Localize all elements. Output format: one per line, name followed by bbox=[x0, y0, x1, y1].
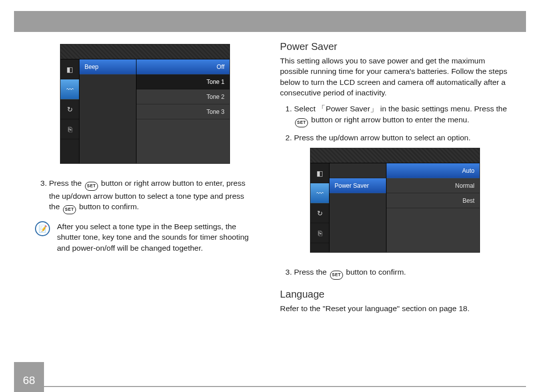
option-tone1: Tone 1 bbox=[136, 74, 230, 89]
page-footer: 68 bbox=[14, 362, 526, 392]
page-content: ◧ 〰 ↻ ⎘ Beep Off Tone 1 Tone 2 Tone 3 bbox=[35, 40, 510, 319]
text: Press the bbox=[49, 179, 84, 187]
menu-options-list: Auto Normal Best bbox=[386, 163, 480, 252]
page-number: 68 bbox=[14, 362, 44, 392]
power-step-3: Press the SET button to confirm. bbox=[294, 267, 510, 280]
text: button or right arrow button to enter th… bbox=[311, 115, 469, 124]
menu-item-beep: Beep bbox=[80, 59, 136, 74]
set-button-icon: SET bbox=[63, 205, 76, 214]
menu-item-blank bbox=[330, 163, 386, 178]
left-step-3: Press the SET button or right arrow butt… bbox=[49, 178, 255, 214]
power-saver-steps-b: Press the SET button to confirm. bbox=[280, 267, 510, 280]
bracket-open: 「 bbox=[318, 104, 326, 113]
language-text: Refer to the "Reset your language" secti… bbox=[280, 303, 510, 314]
power-saver-steps: Select 「Power Saver」 in the basic settin… bbox=[280, 103, 510, 143]
text: button to confirm. bbox=[79, 202, 139, 211]
menu-sidebar: ◧ 〰 ↻ ⎘ bbox=[60, 59, 80, 163]
heading-language: Language bbox=[280, 289, 510, 300]
option-normal: Normal bbox=[386, 178, 480, 193]
copy-icon: ⎘ bbox=[60, 119, 79, 139]
bracket-close: 」 bbox=[370, 104, 378, 113]
page-header-bar bbox=[14, 11, 526, 32]
left-steps: Press the SET button or right arrow butt… bbox=[35, 178, 255, 214]
menu-titlebar bbox=[310, 148, 480, 163]
option-tone2: Tone 2 bbox=[136, 89, 230, 104]
menu-item-power-saver: Power Saver bbox=[330, 178, 386, 193]
copy-icon: ⎘ bbox=[310, 223, 329, 243]
menu-titlebar bbox=[60, 44, 230, 59]
text: in the basic settings menu. Press the bbox=[380, 104, 506, 113]
option-off: Off bbox=[136, 59, 230, 74]
note-text: After you select a tone type in the Beep… bbox=[57, 221, 255, 253]
settings-icon: 〰 bbox=[310, 183, 329, 203]
refresh-icon: ↻ bbox=[310, 203, 329, 223]
option-auto: Auto bbox=[386, 163, 480, 178]
power-step-1: Select 「Power Saver」 in the basic settin… bbox=[294, 103, 510, 127]
text: Power Saver bbox=[326, 104, 370, 113]
menu-items-list: Power Saver bbox=[330, 163, 386, 252]
beep-menu-screenshot: ◧ 〰 ↻ ⎘ Beep Off Tone 1 Tone 2 Tone 3 bbox=[60, 44, 230, 164]
heading-power-saver: Power Saver bbox=[280, 41, 510, 52]
menu-items-list: Beep bbox=[80, 59, 136, 163]
footer-rule bbox=[44, 386, 526, 387]
right-column: Power Saver This setting allows you to s… bbox=[280, 40, 510, 319]
power-saver-menu-screenshot: ◧ 〰 ↻ ⎘ Power Saver Auto Normal Best bbox=[310, 148, 480, 253]
settings-icon: 〰 bbox=[60, 79, 79, 99]
refresh-icon: ↻ bbox=[60, 99, 79, 119]
text: Press the bbox=[294, 268, 329, 276]
set-button-icon: SET bbox=[330, 271, 343, 280]
text: button to confirm. bbox=[346, 268, 406, 276]
power-saver-intro: This setting allows you to save power an… bbox=[280, 55, 510, 98]
menu-sidebar: ◧ 〰 ↻ ⎘ bbox=[310, 163, 330, 252]
note-icon: 📝 bbox=[35, 221, 50, 236]
option-best: Best bbox=[386, 193, 480, 208]
left-column: ◧ 〰 ↻ ⎘ Beep Off Tone 1 Tone 2 Tone 3 bbox=[35, 40, 255, 319]
text: Select bbox=[294, 104, 316, 113]
info-note: 📝 After you select a tone type in the Be… bbox=[35, 221, 255, 258]
set-button-icon: SET bbox=[85, 182, 98, 191]
menu-options-list: Off Tone 1 Tone 2 Tone 3 bbox=[136, 59, 230, 163]
power-step-2: Press the up/down arrow button to select… bbox=[294, 132, 510, 143]
option-tone3: Tone 3 bbox=[136, 104, 230, 119]
camera-icon: ◧ bbox=[60, 59, 79, 79]
camera-icon: ◧ bbox=[310, 163, 329, 183]
set-button-icon: SET bbox=[295, 118, 308, 127]
